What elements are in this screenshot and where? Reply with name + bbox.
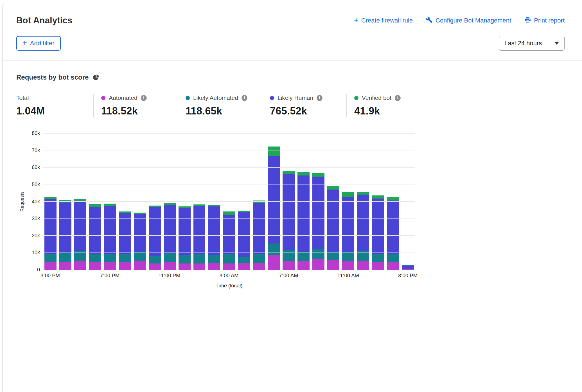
bar-100am[interactable] (193, 204, 206, 270)
bar-segment-verified-bot[interactable] (283, 171, 295, 174)
bar-segment-likely-human[interactable] (327, 190, 339, 252)
bar-segment-likely-automated[interactable] (297, 252, 310, 261)
bar-segment-likely-human[interactable] (297, 175, 310, 252)
bar-segment-verified-bot[interactable] (89, 204, 101, 207)
bar-segment-likely-automated[interactable] (119, 254, 131, 262)
bar-1100am[interactable] (342, 192, 354, 270)
bar-1200am[interactable] (179, 206, 191, 270)
bar-segment-verified-bot[interactable] (104, 204, 116, 206)
bar-segment-verified-bot[interactable] (297, 172, 310, 175)
bar-segment-verified-bot[interactable] (253, 200, 265, 203)
bar-900pm[interactable] (134, 213, 146, 270)
bar-segment-likely-human[interactable] (89, 207, 101, 254)
bar-segment-likely-human[interactable] (372, 199, 384, 254)
bar-segment-likely-automated[interactable] (59, 253, 71, 262)
bar-segment-automated[interactable] (44, 262, 57, 270)
bar-segment-automated[interactable] (193, 263, 206, 270)
bar-segment-verified-bot[interactable] (223, 211, 235, 215)
bar-segment-likely-human[interactable] (402, 265, 414, 269)
bar-segment-likely-human[interactable] (283, 174, 295, 250)
bar-segment-likely-automated[interactable] (164, 253, 176, 262)
bar-segment-likely-automated[interactable] (268, 244, 280, 255)
bar-segment-likely-human[interactable] (208, 206, 220, 255)
info-icon[interactable]: i (395, 95, 401, 101)
create-firewall-rule-link[interactable]: + Create firewall rule (354, 17, 413, 24)
bar-segment-likely-human[interactable] (104, 206, 116, 254)
bar-segment-likely-automated[interactable] (387, 254, 399, 262)
bar-segment-automated[interactable] (253, 263, 265, 270)
bar-segment-likely-automated[interactable] (208, 255, 220, 263)
bar-segment-verified-bot[interactable] (268, 147, 280, 156)
bar-segment-automated[interactable] (119, 262, 131, 270)
bar-600am[interactable] (268, 147, 280, 270)
bar-segment-likely-automated[interactable] (238, 257, 250, 263)
bar-segment-automated[interactable] (342, 261, 354, 270)
bar-300am[interactable] (223, 211, 235, 270)
info-icon[interactable]: i (242, 95, 247, 101)
bar-segment-likely-human[interactable] (253, 203, 265, 254)
bar-segment-automated[interactable] (74, 261, 86, 270)
bar-segment-verified-bot[interactable] (342, 192, 354, 197)
bar-segment-likely-human[interactable] (59, 202, 71, 254)
bar-segment-verified-bot[interactable] (387, 197, 399, 200)
bar-segment-likely-human[interactable] (238, 212, 250, 257)
bar-segment-automated[interactable] (208, 263, 220, 270)
bar-500am[interactable] (253, 200, 265, 270)
bar-segment-likely-human[interactable] (74, 202, 86, 251)
bar-segment-automated[interactable] (134, 261, 146, 270)
bar-segment-likely-human[interactable] (193, 206, 206, 254)
bar-500pm[interactable] (74, 199, 86, 270)
bar-segment-automated[interactable] (223, 263, 235, 270)
bar-segment-automated[interactable] (149, 263, 161, 270)
bar-segment-likely-human[interactable] (179, 208, 191, 255)
bar-segment-automated[interactable] (372, 262, 384, 270)
bar-segment-likely-automated[interactable] (149, 256, 161, 264)
bar-segment-automated[interactable] (297, 261, 310, 270)
bar-segment-automated[interactable] (104, 262, 116, 270)
bar-600pm[interactable] (89, 204, 101, 270)
bar-segment-automated[interactable] (387, 262, 399, 270)
bar-segment-automated[interactable] (89, 262, 101, 270)
bar-700pm[interactable] (104, 204, 116, 270)
info-icon[interactable]: i (317, 95, 322, 101)
bar-1000am[interactable] (327, 186, 339, 270)
bar-300pm[interactable] (44, 197, 57, 270)
bar-segment-likely-human[interactable] (342, 197, 354, 252)
bar-segment-verified-bot[interactable] (327, 186, 339, 190)
bar-segment-likely-human[interactable] (312, 177, 324, 249)
bar-segment-likely-automated[interactable] (253, 254, 265, 263)
time-range-select[interactable]: Last 24 hours (499, 36, 565, 51)
bar-800am[interactable] (297, 172, 310, 270)
bar-segment-likely-automated[interactable] (312, 249, 324, 259)
bar-segment-automated[interactable] (312, 259, 324, 270)
bar-segment-automated[interactable] (327, 260, 339, 270)
bar-100pm[interactable] (372, 195, 384, 270)
bar-800pm[interactable] (119, 211, 131, 270)
bar-segment-likely-human[interactable] (44, 199, 57, 254)
bar-200am[interactable] (208, 205, 220, 270)
bar-segment-automated[interactable] (268, 255, 280, 270)
info-icon[interactable]: i (141, 95, 147, 101)
bar-segment-likely-human[interactable] (164, 205, 176, 253)
bar-segment-automated[interactable] (283, 261, 295, 270)
bar-segment-verified-bot[interactable] (312, 173, 324, 177)
bar-segment-likely-human[interactable] (134, 214, 146, 252)
bar-segment-likely-automated[interactable] (342, 252, 354, 261)
bar-segment-likely-automated[interactable] (283, 250, 295, 261)
bar-segment-likely-automated[interactable] (104, 254, 116, 262)
bar-segment-likely-human[interactable] (119, 213, 131, 254)
bar-segment-likely-automated[interactable] (372, 254, 384, 262)
bar-segment-likely-human[interactable] (357, 195, 369, 251)
bar-300pm[interactable] (402, 265, 414, 270)
bar-segment-likely-automated[interactable] (327, 252, 339, 260)
bar-segment-likely-human[interactable] (268, 156, 280, 243)
bar-segment-automated[interactable] (59, 262, 71, 270)
bar-segment-likely-automated[interactable] (44, 254, 57, 262)
configure-bot-management-link[interactable]: Configure Bot Management (426, 16, 511, 25)
bar-segment-likely-automated[interactable] (89, 254, 101, 262)
bar-segment-likely-automated[interactable] (179, 255, 191, 263)
bar-700am[interactable] (283, 171, 295, 270)
bar-1000pm[interactable] (149, 206, 161, 270)
bar-segment-likely-automated[interactable] (193, 254, 206, 263)
bar-1100pm[interactable] (164, 203, 176, 270)
